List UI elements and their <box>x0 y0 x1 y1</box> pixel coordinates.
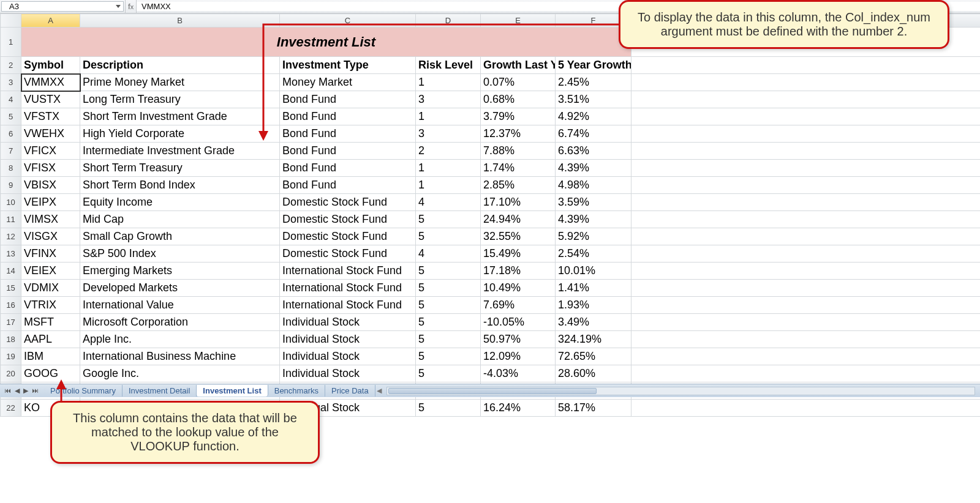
cell[interactable]: 5 <box>416 400 481 417</box>
select-all-corner[interactable] <box>1 14 21 28</box>
cell[interactable]: Individual Stock <box>280 365 416 382</box>
cell[interactable]: Individual Stock <box>280 348 416 365</box>
column-header[interactable]: Growth Last Year <box>481 57 556 74</box>
cell[interactable]: Short Term Investment Grade <box>80 108 280 125</box>
row-header-12[interactable]: 12 <box>1 228 21 245</box>
cell[interactable]: 5.92% <box>556 228 631 245</box>
cell[interactable]: 5 <box>416 348 481 365</box>
cell[interactable]: 5 <box>416 297 481 314</box>
tabs-scroll-icon[interactable]: ◀ <box>377 387 382 395</box>
cell[interactable]: 1.93% <box>556 297 631 314</box>
cell[interactable]: 324.19% <box>556 331 631 348</box>
row-header-8[interactable]: 8 <box>1 160 21 177</box>
cell[interactable]: 5 <box>416 263 481 280</box>
sheet-tab[interactable]: Benchmarks <box>268 385 325 397</box>
cell[interactable]: 7.88% <box>481 143 556 160</box>
cell[interactable]: AAPL <box>21 331 80 348</box>
cell[interactable]: Equity Income <box>80 194 280 211</box>
cell[interactable]: 2 <box>416 143 481 160</box>
row-header-4[interactable]: 4 <box>1 91 21 108</box>
cell[interactable]: VUSTX <box>21 91 80 108</box>
cell[interactable]: 4 <box>416 245 481 263</box>
cell[interactable]: 4 <box>416 194 481 211</box>
cell[interactable]: Microsoft Corporation <box>80 314 280 331</box>
cell[interactable]: 2.54% <box>556 245 631 263</box>
sheet-tab[interactable]: Price Data <box>325 385 375 397</box>
cell[interactable]: VEIEX <box>21 263 80 280</box>
row-header-11[interactable]: 11 <box>1 211 21 228</box>
column-header[interactable]: Description <box>80 57 280 74</box>
cell[interactable]: VFICX <box>21 143 80 160</box>
column-header[interactable]: Investment Type <box>280 57 416 74</box>
row-header-16[interactable]: 16 <box>1 297 21 314</box>
cell[interactable]: 17.18% <box>481 263 556 280</box>
cell[interactable]: Long Term Treasury <box>80 91 280 108</box>
cell[interactable]: Short Term Treasury <box>80 160 280 177</box>
cell[interactable]: 58.17% <box>556 400 631 417</box>
cell[interactable]: International Stock Fund <box>280 263 416 280</box>
horizontal-scrollbar[interactable] <box>386 387 975 395</box>
row-header-3[interactable]: 3 <box>1 74 21 91</box>
cell[interactable]: 15.49% <box>481 245 556 263</box>
cell[interactable]: 12.37% <box>481 125 556 143</box>
sheet-tab[interactable]: Investment List <box>197 385 268 397</box>
cell[interactable]: 6.74% <box>556 125 631 143</box>
cell[interactable]: Prime Money Market <box>80 74 280 91</box>
cell[interactable]: 1 <box>416 160 481 177</box>
cell[interactable]: VFINX <box>21 245 80 263</box>
cell[interactable]: 32.55% <box>481 228 556 245</box>
cell[interactable]: 5 <box>416 280 481 297</box>
cell[interactable]: Bond Fund <box>280 177 416 194</box>
cell[interactable]: 4.98% <box>556 177 631 194</box>
cell[interactable]: 16.24% <box>481 400 556 417</box>
cell[interactable]: Developed Markets <box>80 280 280 297</box>
cell[interactable]: 1.74% <box>481 160 556 177</box>
cell[interactable]: 10.49% <box>481 280 556 297</box>
row-header-13[interactable]: 13 <box>1 245 21 263</box>
tab-first-icon[interactable]: ⏮ <box>4 387 11 395</box>
cell[interactable]: High Yield Corporate <box>80 125 280 143</box>
cell[interactable]: 2.85% <box>481 177 556 194</box>
cell[interactable]: -4.03% <box>481 365 556 382</box>
cell[interactable]: Bond Fund <box>280 125 416 143</box>
row-header-19[interactable]: 19 <box>1 348 21 365</box>
cell[interactable]: Money Market <box>280 74 416 91</box>
scrollbar-thumb[interactable] <box>388 388 597 394</box>
cell[interactable]: 17.10% <box>481 194 556 211</box>
cell[interactable]: -10.05% <box>481 314 556 331</box>
tab-last-icon[interactable]: ⏭ <box>32 387 39 395</box>
cell[interactable]: VTRIX <box>21 297 80 314</box>
cell[interactable]: Domestic Stock Fund <box>280 211 416 228</box>
cell[interactable]: VDMIX <box>21 280 80 297</box>
cell[interactable]: 24.94% <box>481 211 556 228</box>
row-header-14[interactable]: 14 <box>1 263 21 280</box>
cell[interactable]: S&P 500 Index <box>80 245 280 263</box>
cell[interactable]: International Stock Fund <box>280 297 416 314</box>
tab-next-icon[interactable]: ▶ <box>23 387 28 395</box>
cell[interactable]: 1 <box>416 108 481 125</box>
fx-icon[interactable]: fx <box>126 0 137 13</box>
tab-prev-icon[interactable]: ◀ <box>15 387 20 395</box>
cell[interactable]: Bond Fund <box>280 160 416 177</box>
cell[interactable]: Small Cap Growth <box>80 228 280 245</box>
row-header-20[interactable]: 20 <box>1 365 21 382</box>
cell[interactable]: VISGX <box>21 228 80 245</box>
chevron-down-icon[interactable] <box>116 5 121 8</box>
row-header-5[interactable]: 5 <box>1 108 21 125</box>
cell[interactable]: 12.09% <box>481 348 556 365</box>
cell[interactable]: VIMSX <box>21 211 80 228</box>
col-header-D[interactable]: D <box>416 14 481 28</box>
cell[interactable]: 4.92% <box>556 108 631 125</box>
cell[interactable]: 1.41% <box>556 280 631 297</box>
cell[interactable]: Domestic Stock Fund <box>280 245 416 263</box>
cell[interactable]: GOOG <box>21 365 80 382</box>
cell[interactable]: 3.51% <box>556 91 631 108</box>
name-box[interactable]: A3 <box>1 1 124 12</box>
row-header-18[interactable]: 18 <box>1 331 21 348</box>
cell[interactable]: 1 <box>416 74 481 91</box>
cell[interactable]: International Value <box>80 297 280 314</box>
cell[interactable]: Google Inc. <box>80 365 280 382</box>
cell[interactable]: Mid Cap <box>80 211 280 228</box>
cell[interactable]: Bond Fund <box>280 143 416 160</box>
cell[interactable]: 2.45% <box>556 74 631 91</box>
